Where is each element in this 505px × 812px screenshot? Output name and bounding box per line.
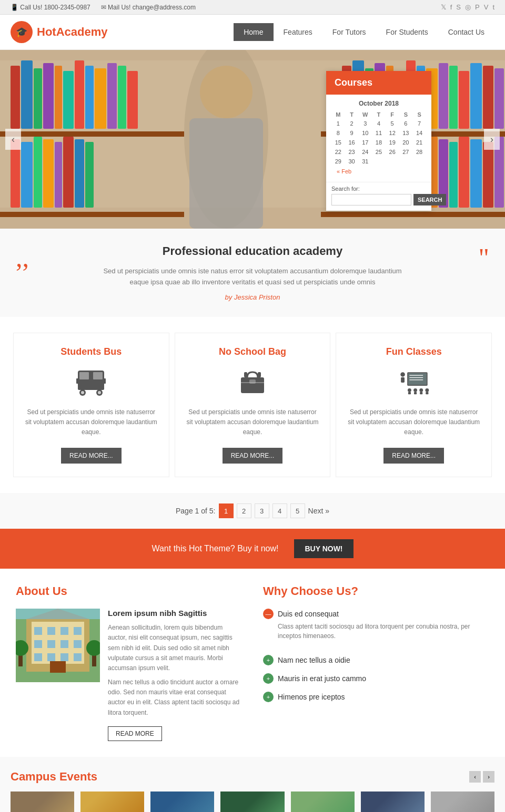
cal-day[interactable]: 24 xyxy=(358,147,372,157)
google-icon[interactable]: ◎ xyxy=(465,3,471,11)
tumblr-icon[interactable]: t xyxy=(492,3,494,11)
why-item-4: + Himenos pre iceptos xyxy=(263,692,489,702)
page-next[interactable]: Next » xyxy=(308,507,329,515)
calendar-nav[interactable]: « Feb xyxy=(331,166,426,177)
page-4[interactable]: 4 xyxy=(272,503,287,518)
email-info: ✉ Mail Us! change@address.com xyxy=(101,4,196,11)
svg-rect-55 xyxy=(321,212,505,217)
event-card-3: Mauris erat 🗓 Apr 3, 2014 xyxy=(150,792,214,812)
cal-day[interactable]: 9 xyxy=(345,128,359,138)
cal-day[interactable]: 30 xyxy=(345,157,359,166)
events-title: Campus Events xyxy=(11,770,97,784)
page-5[interactable]: 5 xyxy=(290,503,305,518)
svg-rect-86 xyxy=(414,392,417,394)
cal-day[interactable]: 29 xyxy=(331,157,345,166)
pinterest-icon[interactable]: P xyxy=(475,3,480,11)
cal-day[interactable]: 22 xyxy=(331,147,345,157)
cal-day[interactable]: 11 xyxy=(372,128,386,138)
about-building-svg xyxy=(16,609,100,682)
page-3[interactable]: 3 xyxy=(255,503,269,518)
cal-day[interactable]: 8 xyxy=(331,128,345,138)
svg-rect-13 xyxy=(127,71,138,129)
cal-day[interactable]: 10 xyxy=(358,128,372,138)
cal-day[interactable]: 4 xyxy=(372,119,386,128)
svg-rect-101 xyxy=(47,653,55,661)
read-more-bus-button[interactable]: READ MORE... xyxy=(61,448,122,464)
hero-next-button[interactable]: › xyxy=(484,129,500,150)
top-bar-left: 📱 Call Us! 1800-2345-0987 ✉ Mail Us! cha… xyxy=(11,4,196,11)
nav-contact[interactable]: Contact Us xyxy=(438,23,494,41)
calendar-search: Search for: SEARCH xyxy=(326,182,431,211)
read-more-class-button[interactable]: READ MORE... xyxy=(383,448,444,464)
event-card-4: Soquoio 🗓 Apr 14, 2014 xyxy=(220,792,284,812)
cal-day[interactable]: 21 xyxy=(412,138,426,147)
cal-day[interactable]: 23 xyxy=(345,147,359,157)
svg-rect-6 xyxy=(55,66,62,129)
nav-features[interactable]: Features xyxy=(274,23,322,41)
search-row: SEARCH xyxy=(331,194,426,205)
cal-day[interactable]: 14 xyxy=(412,128,426,138)
cal-day[interactable]: 15 xyxy=(331,138,345,147)
hero-prev-button[interactable]: ‹ xyxy=(5,129,21,150)
cal-day[interactable]: 25 xyxy=(372,147,386,157)
page-1[interactable]: 1 xyxy=(219,503,234,518)
top-bar-social: 𝕏 f S ◎ P V t xyxy=(441,3,494,11)
email-label: Mail Us! change@address.com xyxy=(108,4,196,11)
twitter-icon[interactable]: 𝕏 xyxy=(441,3,446,11)
cal-day[interactable]: 2 xyxy=(345,119,359,128)
cal-day[interactable]: 19 xyxy=(386,138,399,147)
about-read-more-button[interactable]: READ MORE xyxy=(108,726,162,741)
vimeo-icon[interactable]: V xyxy=(484,3,489,11)
why-icon-plus-3: + xyxy=(263,692,274,702)
cal-day[interactable]: 31 xyxy=(358,157,372,166)
cal-day[interactable]: 3 xyxy=(358,119,372,128)
cal-day[interactable]: 13 xyxy=(399,128,413,138)
events-next-button[interactable]: › xyxy=(483,771,494,783)
cal-day[interactable]: 5 xyxy=(386,119,399,128)
class-icon xyxy=(347,368,481,397)
cal-day[interactable]: 27 xyxy=(399,147,413,157)
search-button[interactable]: SEARCH xyxy=(413,194,446,205)
about-title: About Us xyxy=(16,584,242,598)
events-prev-button[interactable]: ‹ xyxy=(469,771,481,783)
cal-header-s2: S xyxy=(412,110,426,119)
cal-day[interactable]: 28 xyxy=(412,147,426,157)
search-input[interactable] xyxy=(331,194,411,205)
why-item-1: — Duis ed consequat Class aptent taciti … xyxy=(263,609,489,641)
phone-icon: 📱 xyxy=(11,4,18,11)
why-item-text-1: Class aptent taciti sociosqu ad litora t… xyxy=(278,622,489,641)
logo[interactable]: 🎓 HotAcademy xyxy=(11,21,108,43)
why-item-2: + Nam nec tellus a oidie xyxy=(263,655,489,665)
facebook-icon[interactable]: f xyxy=(450,3,452,11)
about-section: About Us xyxy=(0,569,505,757)
cal-day[interactable]: 26 xyxy=(386,147,399,157)
svg-rect-4 xyxy=(34,68,42,129)
cal-day[interactable]: 16 xyxy=(345,138,359,147)
cal-day[interactable]: 6 xyxy=(399,119,413,128)
svg-rect-11 xyxy=(107,63,117,129)
read-more-bag-button[interactable]: READ MORE... xyxy=(223,448,283,464)
cal-day[interactable]: 20 xyxy=(399,138,413,147)
svg-rect-61 xyxy=(79,372,89,379)
nav-students[interactable]: For Students xyxy=(376,23,438,41)
cal-day[interactable]: 12 xyxy=(386,128,399,138)
svg-rect-72 xyxy=(244,372,247,377)
feature-card-bag: No School Bag Sed ut perspiciatis unde o… xyxy=(175,333,331,478)
cal-day today[interactable]: 18 xyxy=(372,138,386,147)
cal-day[interactable]: 17 xyxy=(358,138,372,147)
page-2[interactable]: 2 xyxy=(237,503,251,518)
quote-section: ,, Professional education academy Sed ut… xyxy=(0,229,505,317)
feature-card-class: Fun Classes Sed ut xyxy=(336,333,492,478)
svg-point-83 xyxy=(419,388,423,392)
svg-rect-53 xyxy=(483,142,493,208)
nav-tutors[interactable]: For Tutors xyxy=(322,23,376,41)
skype-icon[interactable]: S xyxy=(456,3,461,11)
svg-point-65 xyxy=(81,391,84,394)
why-item-header-1: — Duis ed consequat xyxy=(263,609,489,619)
event-image-2 xyxy=(80,792,144,812)
cta-button[interactable]: BUY NOW! xyxy=(294,539,353,558)
nav-home[interactable]: Home xyxy=(234,23,273,41)
about-para-2: Nam nec tellus a odio tincidunt auctor a… xyxy=(108,677,242,718)
cal-day[interactable]: 7 xyxy=(412,119,426,128)
cal-day[interactable]: 1 xyxy=(331,119,345,128)
